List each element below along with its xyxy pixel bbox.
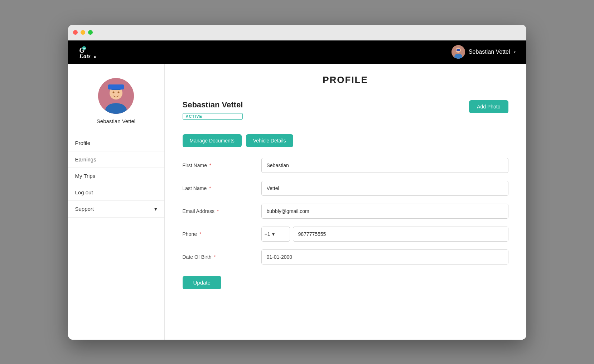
phone-row: Phone * +1 ▾ [183, 227, 508, 242]
sidebar-item-earnings[interactable]: Earnings [68, 151, 164, 168]
manage-documents-button[interactable]: Manage Documents [183, 134, 242, 147]
top-navigation: G fer Eats Sebastian Vettel ▾ [68, 40, 526, 64]
phone-code-selector[interactable]: +1 ▾ [261, 227, 290, 242]
main-content: Sebastian Vettel Profile Earnings My Tri… [68, 64, 526, 340]
nav-items: Profile Earnings My Trips Log out Suppor… [68, 135, 164, 218]
phone-field-group: +1 ▾ [261, 227, 508, 242]
minimize-button[interactable] [81, 30, 85, 35]
user-name-nav: Sebastian Vettel [469, 49, 510, 55]
email-row: Email Address * [183, 204, 508, 219]
profile-user-name: Sebastian Vettel [183, 100, 243, 110]
svg-point-16 [118, 91, 120, 93]
sidebar-item-logout[interactable]: Log out [68, 184, 164, 201]
svg-text:Eats: Eats [79, 53, 91, 60]
email-input[interactable] [261, 204, 508, 219]
sidebar-avatar [98, 78, 134, 114]
required-star-5: * [212, 254, 216, 260]
sidebar-username: Sebastian Vettel [97, 118, 135, 124]
close-button[interactable] [73, 30, 78, 35]
add-photo-button[interactable]: Add Photo [469, 100, 508, 113]
profile-content: PROFILE Sebastian Vettel ACTIVE Add Phot… [165, 64, 526, 340]
user-avatar-nav [451, 45, 465, 59]
sidebar-item-support[interactable]: Support ▾ [68, 201, 164, 218]
app-window: G fer Eats Sebastian Vettel ▾ [68, 25, 526, 340]
dob-input[interactable] [261, 249, 508, 264]
chevron-down-icon: ▾ [514, 50, 516, 54]
user-menu[interactable]: Sebastian Vettel ▾ [451, 45, 516, 59]
logo: G fer Eats [79, 43, 104, 61]
action-buttons: Manage Documents Vehicle Details [183, 134, 508, 147]
chevron-right-icon: ▾ [154, 206, 157, 212]
required-star-2: * [208, 185, 211, 191]
profile-name-section: Sebastian Vettel ACTIVE [183, 100, 243, 120]
profile-header: Sebastian Vettel ACTIVE Add Photo [183, 100, 508, 127]
svg-point-4 [94, 56, 96, 58]
maximize-button[interactable] [88, 30, 93, 35]
sidebar-item-my-trips[interactable]: My Trips [68, 168, 164, 184]
phone-label: Phone * [183, 231, 254, 237]
update-button[interactable]: Update [183, 276, 221, 289]
phone-dropdown-icon: ▾ [272, 231, 275, 237]
svg-rect-14 [108, 84, 124, 89]
vehicle-details-button[interactable]: Vehicle Details [246, 134, 293, 147]
required-star-3: * [216, 208, 219, 214]
email-label: Email Address * [183, 208, 254, 214]
first-name-row: First Name * [183, 158, 508, 173]
titlebar [68, 25, 526, 40]
last-name-label: Last Name * [183, 185, 254, 191]
last-name-input[interactable] [261, 181, 508, 196]
sidebar-item-profile[interactable]: Profile [68, 135, 164, 151]
dob-label: Date Of Birth * [183, 254, 254, 260]
profile-title: PROFILE [183, 74, 508, 93]
svg-text:fer: fer [83, 47, 86, 50]
svg-rect-8 [457, 49, 460, 51]
dob-row: Date Of Birth * [183, 249, 508, 264]
phone-number-input[interactable] [293, 227, 508, 242]
first-name-input[interactable] [261, 158, 508, 173]
status-badge: ACTIVE [183, 113, 243, 120]
last-name-row: Last Name * [183, 181, 508, 196]
svg-point-15 [113, 91, 115, 93]
required-star: * [208, 162, 211, 168]
sidebar: Sebastian Vettel Profile Earnings My Tri… [68, 64, 165, 340]
required-star-4: * [198, 231, 201, 237]
sidebar-profile-section: Sebastian Vettel [68, 71, 164, 135]
first-name-label: First Name * [183, 162, 254, 168]
form-section: First Name * Last Name * Email Address * [183, 158, 508, 289]
